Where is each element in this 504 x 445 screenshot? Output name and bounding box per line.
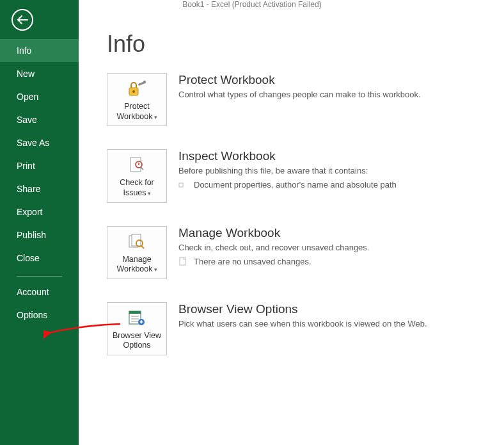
chevron-down-icon: ▾	[153, 114, 157, 120]
inspect-workbook-heading: Inspect Workbook	[178, 149, 397, 163]
protect-workbook-heading: Protect Workbook	[178, 73, 421, 87]
sidebar-separator	[17, 276, 62, 277]
file-icon	[178, 257, 187, 266]
browser-view-options-button[interactable]: Browser View Options	[107, 302, 167, 355]
inspect-bullet: Document properties, author's name and a…	[178, 179, 397, 190]
bullet-square-icon	[178, 182, 184, 188]
svg-point-1	[132, 90, 135, 93]
sidebar-item-print[interactable]: Print	[0, 154, 79, 177]
inspect-workbook-desc: Before publishing this file, be aware th…	[178, 166, 397, 175]
sidebar-item-publish[interactable]: Publish	[0, 223, 79, 247]
inspect-document-icon	[129, 155, 145, 175]
check-for-issues-button[interactable]: Check for Issues▾	[107, 149, 167, 202]
lock-key-icon	[127, 79, 146, 99]
browser-view-icon	[128, 308, 146, 328]
svg-rect-5	[179, 183, 183, 187]
browser-view-heading: Browser View Options	[178, 302, 427, 316]
sidebar-item-save-as[interactable]: Save As	[0, 131, 79, 154]
sidebar-item-save[interactable]: Save	[0, 108, 79, 131]
back-button[interactable]	[12, 9, 33, 31]
svg-point-2	[143, 81, 146, 83]
manage-workbook-heading: Manage Workbook	[178, 226, 369, 240]
sidebar-item-share[interactable]: Share	[0, 177, 79, 200]
browser-view-desc: Pick what users can see when this workbo…	[178, 319, 427, 328]
manage-workbook-section: Manage Workbook▾ Manage Workbook Check i…	[107, 226, 504, 279]
sidebar-item-account[interactable]: Account	[0, 280, 79, 303]
manage-workbook-button[interactable]: Manage Workbook▾	[107, 226, 167, 279]
browser-view-section: Browser View Options Browser View Option…	[107, 302, 504, 355]
chevron-down-icon: ▾	[146, 190, 151, 197]
manage-bullet: There are no unsaved changes.	[178, 256, 369, 267]
sidebar-item-export[interactable]: Export	[0, 200, 79, 223]
protect-workbook-label: Protect Workbook	[116, 102, 152, 121]
inspect-workbook-section: Check for Issues▾ Inspect Workbook Befor…	[107, 149, 504, 202]
sidebar-item-info[interactable]: Info	[0, 39, 79, 62]
backstage-sidebar: Info New Open Save Save As Print Share E…	[0, 0, 79, 445]
arrow-left-icon	[17, 15, 28, 24]
info-page: Info Protect Workbook▾ Protect Workbook	[79, 0, 504, 445]
manage-versions-icon	[128, 232, 146, 252]
page-title: Info	[107, 31, 504, 58]
chevron-down-icon: ▾	[153, 266, 157, 273]
protect-workbook-button[interactable]: Protect Workbook▾	[107, 73, 167, 126]
manage-workbook-desc: Check in, check out, and recover unsaved…	[178, 243, 369, 252]
svg-rect-9	[180, 257, 185, 265]
protect-workbook-desc: Control what types of changes people can…	[178, 90, 421, 99]
sidebar-item-close[interactable]: Close	[0, 247, 79, 270]
manage-workbook-label: Manage Workbook	[116, 255, 152, 274]
sidebar-item-new[interactable]: New	[0, 62, 79, 85]
browser-view-options-label: Browser View Options	[113, 331, 161, 350]
svg-rect-11	[129, 311, 141, 314]
protect-workbook-section: Protect Workbook▾ Protect Workbook Contr…	[107, 73, 504, 126]
sidebar-item-options[interactable]: Options	[0, 303, 79, 327]
sidebar-item-open[interactable]: Open	[0, 85, 79, 108]
